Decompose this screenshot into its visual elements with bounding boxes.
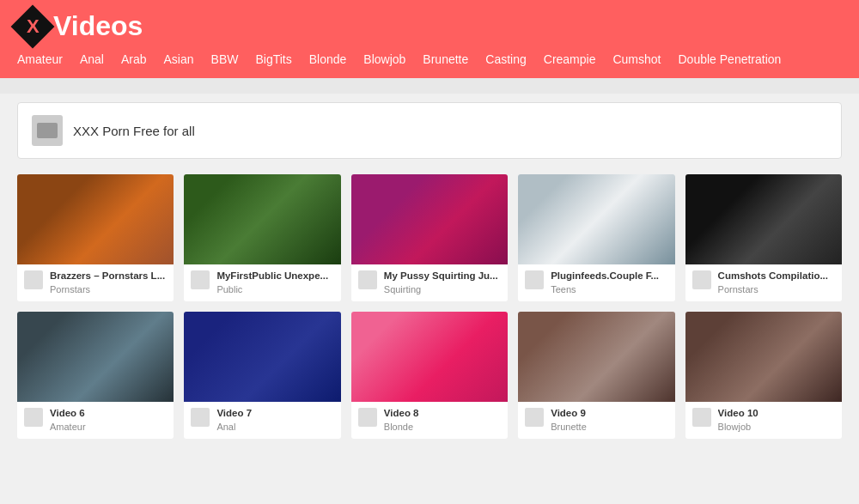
video-thumbnail: [518, 174, 674, 264]
video-info: My Pussy Squirting Ju...Squirting: [351, 264, 508, 301]
category-nav: AmateurAnalArabAsianBBWBigTitsBlondeBlow…: [0, 52, 859, 78]
nav-item-blowjob[interactable]: Blowjob: [363, 52, 405, 66]
header-divider: [0, 78, 859, 94]
video-thumbnail: [685, 174, 842, 264]
channel-icon: [525, 408, 544, 427]
video-card-2[interactable]: MyFirstPublic Unexpe...Public: [184, 174, 340, 301]
video-meta: Pluginfeeds.Couple F...Teens: [551, 270, 667, 295]
nav-item-cumshot[interactable]: Cumshot: [612, 52, 661, 66]
video-category: Blowjob: [718, 422, 835, 432]
banner-icon-inner: [37, 123, 58, 138]
video-meta: MyFirstPublic Unexpe...Public: [216, 270, 333, 295]
video-grid: Brazzers – Pornstars L...PornstarsMyFirs…: [17, 174, 842, 439]
channel-icon: [24, 408, 43, 427]
video-category: Pornstars: [50, 284, 167, 295]
nav-item-bigtits[interactable]: BigTits: [255, 52, 291, 66]
video-card-4[interactable]: Pluginfeeds.Couple F...Teens: [518, 174, 674, 301]
video-meta: My Pussy Squirting Ju...Squirting: [384, 270, 501, 295]
nav-item-brunette[interactable]: Brunette: [423, 52, 468, 66]
video-category: Squirting: [384, 284, 501, 295]
video-info: Cumshots Compilatio...Pornstars: [685, 264, 842, 301]
video-meta: Video 10Blowjob: [718, 407, 835, 432]
video-card-7[interactable]: Video 7Anal: [184, 312, 340, 439]
video-meta: Video 6Amateur: [50, 407, 167, 432]
video-info: Video 6Amateur: [17, 402, 174, 439]
nav-item-casting[interactable]: Casting: [485, 52, 526, 66]
video-card-8[interactable]: Video 8Blonde: [351, 312, 508, 439]
nav-item-double-penetration[interactable]: Double Penetration: [679, 52, 782, 66]
video-card-5[interactable]: Cumshots Compilatio...Pornstars: [685, 174, 842, 301]
video-meta: Cumshots Compilatio...Pornstars: [718, 270, 835, 295]
video-info: Video 8Blonde: [351, 402, 508, 439]
video-category: Anal: [216, 422, 333, 432]
video-card-6[interactable]: Video 6Amateur: [17, 312, 174, 439]
video-info: Pluginfeeds.Couple F...Teens: [518, 264, 674, 301]
video-title: MyFirstPublic Unexpe...: [216, 270, 333, 282]
video-thumbnail: [685, 312, 842, 402]
video-title: Video 8: [384, 407, 501, 420]
logo-text: Videos: [53, 10, 143, 42]
nav-item-anal[interactable]: Anal: [80, 52, 104, 66]
video-title: Video 9: [551, 407, 667, 420]
video-thumbnail: [184, 312, 340, 402]
video-meta: Video 8Blonde: [384, 407, 501, 432]
video-info: Video 9Brunette: [518, 402, 674, 439]
video-category: Blonde: [384, 422, 501, 432]
video-title: Brazzers – Pornstars L...: [50, 270, 167, 282]
nav-item-arab[interactable]: Arab: [121, 52, 147, 66]
video-card-3[interactable]: My Pussy Squirting Ju...Squirting: [351, 174, 508, 301]
nav-item-bbw[interactable]: BBW: [211, 52, 239, 66]
site-logo[interactable]: X Videos: [17, 10, 143, 42]
nav-item-blonde[interactable]: Blonde: [309, 52, 347, 66]
video-info: Video 7Anal: [184, 402, 340, 439]
banner-title: XXX Porn Free for all: [73, 124, 195, 138]
video-thumbnail: [518, 312, 674, 402]
video-info: MyFirstPublic Unexpe...Public: [184, 264, 340, 301]
video-title: Video 6: [50, 407, 167, 420]
video-title: Cumshots Compilatio...: [718, 270, 835, 282]
video-category: Public: [216, 284, 333, 295]
video-thumbnail: [17, 312, 174, 402]
channel-icon: [692, 408, 711, 427]
video-title: My Pussy Squirting Ju...: [384, 270, 501, 282]
channel-icon: [692, 270, 711, 289]
video-meta: Brazzers – Pornstars L...Pornstars: [50, 270, 167, 295]
video-category: Teens: [551, 284, 667, 295]
video-category: Amateur: [50, 422, 167, 432]
video-thumbnail: [17, 174, 174, 264]
nav-item-creampie[interactable]: Creampie: [544, 52, 596, 66]
video-category: Brunette: [551, 422, 667, 432]
video-title: Video 7: [216, 407, 333, 420]
channel-icon: [24, 270, 43, 289]
channel-icon: [191, 270, 210, 289]
banner: XXX Porn Free for all: [17, 102, 842, 159]
video-info: Video 10Blowjob: [685, 402, 842, 439]
banner-icon: [32, 115, 63, 146]
video-meta: Video 9Brunette: [551, 407, 667, 432]
video-category: Pornstars: [718, 284, 835, 295]
video-thumbnail: [184, 174, 340, 264]
channel-icon: [191, 408, 210, 427]
video-info: Brazzers – Pornstars L...Pornstars: [17, 264, 174, 301]
video-title: Pluginfeeds.Couple F...: [551, 270, 667, 282]
video-card-9[interactable]: Video 9Brunette: [518, 312, 674, 439]
logo-x-letter: X: [27, 15, 40, 38]
nav-item-amateur[interactable]: Amateur: [17, 52, 63, 66]
channel-icon: [525, 270, 544, 289]
video-card-10[interactable]: Video 10Blowjob: [685, 312, 842, 439]
video-thumbnail: [351, 174, 508, 264]
logo-diamond: X: [11, 4, 55, 48]
nav-item-asian[interactable]: Asian: [164, 52, 194, 66]
channel-icon: [358, 270, 377, 289]
channel-icon: [358, 408, 377, 427]
main-content: XXX Porn Free for all Brazzers – Pornsta…: [9, 94, 850, 447]
video-card-1[interactable]: Brazzers – Pornstars L...Pornstars: [17, 174, 174, 301]
video-thumbnail: [351, 312, 508, 402]
site-header: X Videos: [0, 0, 859, 52]
video-title: Video 10: [718, 407, 835, 420]
video-meta: Video 7Anal: [216, 407, 333, 432]
